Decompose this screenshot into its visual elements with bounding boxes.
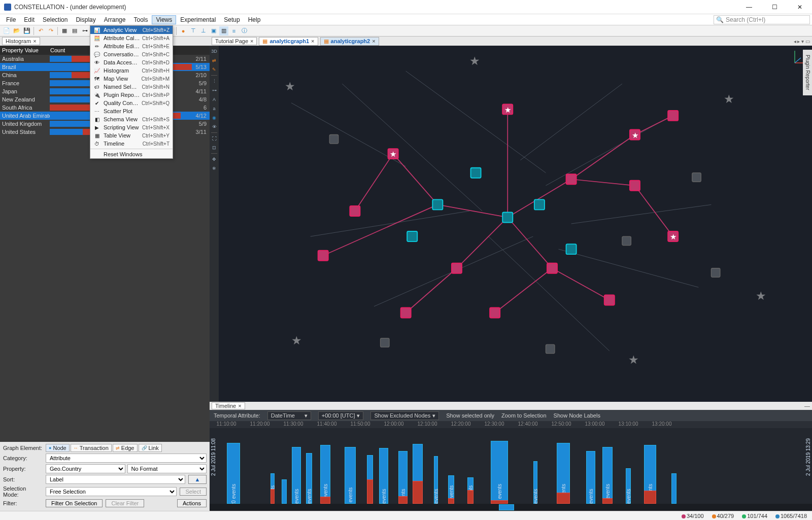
temporal-attribute-combo[interactable]: DateTime▾ [267, 411, 311, 420]
chip-link[interactable]: 🔗Link [139, 444, 162, 452]
connections-icon[interactable]: ⊶ [211, 87, 218, 94]
freeze-icon[interactable]: ✥ [211, 156, 218, 163]
timeline-bar[interactable]: 7 events [586, 451, 595, 504]
timeline-scrollbar[interactable] [210, 504, 812, 511]
scroll-handle[interactable] [499, 504, 514, 510]
timeline-bar-selected[interactable] [467, 490, 473, 504]
timeline-bar[interactable] [671, 473, 676, 504]
menu-tools[interactable]: Tools [129, 15, 152, 24]
open-icon[interactable]: 📂 [12, 26, 21, 36]
draw-links-icon[interactable]: ⇄ [211, 57, 218, 64]
timeline-bar-selected[interactable] [413, 481, 423, 504]
timeline-bar[interactable]: 4 / 20 events [227, 443, 240, 504]
expand-graph-icon[interactable]: ⛶ [211, 135, 218, 142]
menu-experimental[interactable]: Experimental [176, 15, 220, 24]
timeline-bar-selected[interactable] [320, 497, 330, 504]
tool4-icon[interactable]: ▥ [219, 26, 228, 36]
timeline-bar[interactable]: 6 events [292, 447, 301, 504]
menu-help[interactable]: Help [244, 15, 265, 24]
graph-tab-tutorial-page[interactable]: Tutorial Page× [212, 37, 257, 45]
close-icon[interactable]: × [238, 403, 241, 409]
tool2-icon[interactable]: ⊥ [199, 26, 208, 36]
mode-3d-icon[interactable]: 3D [211, 48, 218, 55]
close-button[interactable]: ✕ [792, 4, 808, 11]
chip-edge[interactable]: ⇌Edge [113, 444, 138, 452]
plugin-reporter-tab[interactable]: Plugin Reporter [803, 50, 812, 95]
close-icon[interactable]: × [311, 38, 314, 44]
redo-icon[interactable]: ↷ [46, 26, 55, 36]
col-property-value[interactable]: Property Value [2, 47, 50, 53]
show-node-labels-button[interactable]: Show Node Labels [554, 412, 600, 419]
timeline-body[interactable]: 2 Jul 2019 11:08 2 Jul 2019 13:29 4 / 20… [210, 428, 812, 504]
views-item-analytic-view[interactable]: 📊Analytic ViewCtrl+Shift+Z [90, 26, 173, 34]
timeline-bar-selected[interactable] [491, 500, 508, 504]
info-icon[interactable]: ⓘ [240, 26, 249, 36]
timeline-bar-selected[interactable] [270, 489, 275, 504]
views-reset-windows[interactable]: Reset Windows [90, 150, 173, 158]
views-menu-dropdown[interactable]: 📊Analytic ViewCtrl+Shift+Z🧮Attribute Cal… [90, 25, 173, 159]
timeline-bar-selected[interactable] [448, 498, 454, 504]
filter-on-selection-button[interactable]: Filter On Selection [46, 499, 103, 507]
views-item-attribute-editor[interactable]: ✏Attribute EditorCtrl+Shift+E [90, 42, 173, 50]
category-select[interactable]: Attribute [46, 454, 207, 463]
show-selected-only-button[interactable]: Show selected only [446, 412, 494, 419]
timeline-bar-selected[interactable] [602, 498, 613, 504]
timeline-tab[interactable]: Timeline × [212, 402, 245, 409]
property-select[interactable]: Geo.Country [46, 464, 125, 473]
actions-button[interactable]: Actions [177, 499, 207, 507]
views-item-scatter-plot[interactable]: ⋯Scatter Plot [90, 107, 173, 115]
timeline-bar-selected[interactable] [644, 491, 656, 504]
timeline-bar[interactable]: 2 events [533, 461, 537, 504]
views-item-plugin-reporter[interactable]: 🔌Plugin ReporterCtrl+Shift+P [90, 91, 173, 99]
timeline-bar-selected[interactable] [398, 496, 408, 504]
timeline-bar[interactable]: 1 / 12 events [602, 447, 613, 504]
tool3-icon[interactable]: ▣ [209, 26, 218, 36]
timeline-bar[interactable]: 2 / 12 events [320, 445, 330, 504]
timeline-bar-selected[interactable] [367, 479, 373, 504]
new-graph-icon[interactable]: 📄 [2, 26, 11, 36]
views-item-scripting-view[interactable]: ▶Scripting ViewCtrl+Shift+X [90, 123, 173, 131]
timeline-bar[interactable]: 7 events [398, 451, 408, 504]
format-select[interactable]: No Format [127, 464, 207, 473]
timeline-bar[interactable]: 5 events [379, 448, 388, 504]
close-icon[interactable]: × [250, 38, 253, 44]
visibility-icon[interactable]: 👁 [211, 123, 218, 130]
views-item-map-view[interactable]: 🗺Map ViewCtrl+Shift+M [90, 75, 173, 83]
clear-filter-button[interactable]: Clear Filter [106, 499, 144, 507]
timezone-combo[interactable]: +00:00 [UTC]▾ [318, 411, 364, 420]
views-item-attribute-calculator[interactable]: 🧮Attribute CalculatorCtrl+Shift+A [90, 34, 173, 42]
excluded-nodes-combo[interactable]: Show Excluded Nodes▾ [370, 411, 439, 420]
selection-mode-select[interactable]: Free Selection [46, 487, 177, 496]
views-item-conversation-view[interactable]: 💬Conversation ViewCtrl+Shift+C [90, 50, 173, 58]
timeline-bar[interactable]: 2 events [434, 456, 438, 504]
undo-icon[interactable]: ↶ [36, 26, 45, 36]
histogram-tab[interactable]: Histogram × [2, 37, 40, 45]
menu-arrange[interactable]: Arrange [100, 15, 130, 24]
chip-node[interactable]: ●Node [46, 444, 70, 452]
contract-graph-icon[interactable]: ⊡ [211, 144, 218, 151]
snowflake-icon[interactable]: ❄ [211, 165, 218, 172]
graph-canvas[interactable]: 3D ⇄ ✎ ⋮ ⊶ A a ◉ 👁 ⛶ ⊡ ✥ ❄ [210, 46, 812, 402]
sort-icon[interactable]: ≡ [229, 26, 239, 36]
sort-select[interactable]: Label [46, 475, 185, 484]
graph-tab-analyticgraph1[interactable]: ▦analyticgraph1× [259, 37, 318, 46]
sort-direction-button[interactable]: ▲ [188, 475, 207, 484]
views-item-histogram[interactable]: 📈HistogramCtrl+Shift+H [90, 66, 173, 75]
blaze-icon[interactable]: ◉ [211, 114, 218, 121]
chip-transaction[interactable]: ↔Transaction [71, 444, 112, 452]
views-item-named-selections[interactable]: 🏷Named SelectionsCtrl+Shift+N [90, 83, 173, 91]
node-labels-icon[interactable]: A [211, 96, 218, 103]
conn-labels-icon[interactable]: a [211, 105, 218, 112]
views-item-table-view[interactable]: ▦Table ViewCtrl+Shift+Y [90, 131, 173, 140]
menu-setup[interactable]: Setup [220, 15, 244, 24]
select-button[interactable]: Select [180, 488, 207, 496]
nodes-icon[interactable]: ⋮ [211, 78, 218, 85]
draw-nodes-icon[interactable]: ✎ [211, 66, 218, 73]
menu-selection[interactable]: Selection [39, 15, 72, 24]
col-count[interactable]: Count [50, 47, 65, 53]
views-item-schema-view[interactable]: ◧Schema ViewCtrl+Shift+S [90, 115, 173, 123]
global-search[interactable]: 🔍Search (Ctrl+I) [714, 15, 810, 24]
ragged-icon[interactable]: ▤ [70, 26, 79, 36]
timeline-bar[interactable]: 2 events [626, 468, 631, 504]
views-item-data-access-view[interactable]: 👁Data Access ViewCtrl+Shift+D [90, 58, 173, 66]
